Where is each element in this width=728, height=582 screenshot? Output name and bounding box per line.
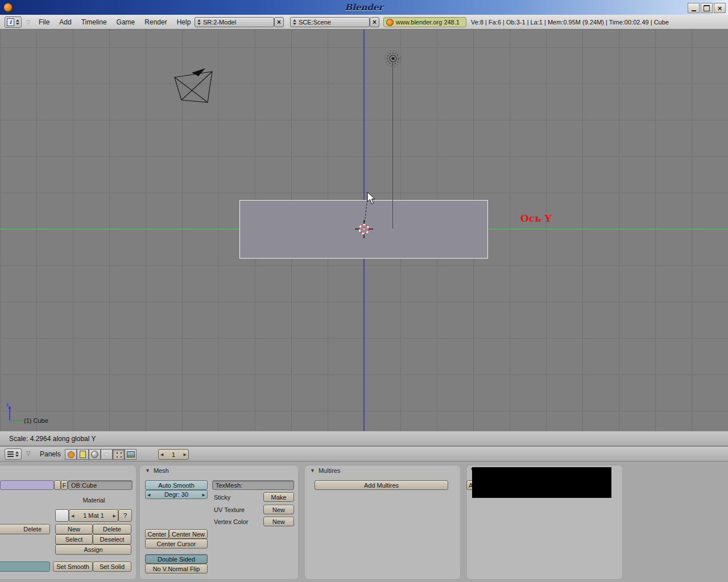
sticky-label: Sticky — [214, 494, 230, 501]
fake-user-spacer-button[interactable] — [54, 480, 61, 490]
screen-stepper-icon — [197, 19, 201, 25]
transform-status: Scale: 4.2964 along global Y — [9, 431, 96, 447]
mesh-datablock-field[interactable] — [0, 480, 54, 490]
set-smooth-button[interactable]: Set Smooth — [53, 562, 93, 572]
frame-value: 1 — [172, 451, 175, 458]
texmesh-field[interactable]: TexMesh: — [212, 480, 294, 490]
material-select-button[interactable]: Select — [55, 534, 93, 544]
maximize-button[interactable] — [701, 3, 713, 13]
degr-slider[interactable]: ◀ Degr: 30 ▶ — [145, 490, 208, 499]
degr-value: Degr: 30 — [164, 491, 188, 498]
object-name-field[interactable]: OB:Cube — [68, 480, 133, 490]
uv-texture-label: UV Texture — [214, 506, 245, 513]
fake-user-button[interactable]: F — [61, 480, 68, 490]
panel-collapse-icon[interactable]: ▼ — [145, 468, 150, 473]
buttons-window[interactable]: F OB:Cube Material ◀ 1 Mat 1 ▶ ? Delete … — [0, 462, 728, 582]
editing-context-button[interactable] — [113, 449, 125, 460]
panel-collapse-icon[interactable]: ▼ — [310, 468, 315, 473]
logic-context-button[interactable] — [65, 449, 77, 460]
lamp-drop-line — [392, 61, 393, 228]
close-button[interactable]: × — [714, 3, 726, 13]
screen-delete-button[interactable]: × — [274, 17, 284, 27]
version-text: www.blender.org 248.1 — [396, 19, 460, 26]
buttons-window-icon — [7, 451, 14, 457]
menu-help[interactable]: Help — [177, 18, 191, 26]
menu-bar: File Add Timeline Game Render Help — [39, 15, 191, 30]
degr-increment-icon[interactable]: ▶ — [202, 493, 205, 497]
editing-icon — [117, 452, 118, 454]
set-solid-button[interactable]: Set Solid — [93, 562, 131, 572]
shading-icon — [91, 451, 98, 458]
scene-icon — [127, 451, 135, 458]
header-collapse-icon[interactable]: ▽ — [26, 450, 31, 456]
material-delete-button[interactable]: Delete — [93, 524, 131, 534]
material-color-swatch[interactable] — [55, 509, 69, 522]
top-header: i ▽ File Add Timeline Game Render Help S… — [0, 15, 728, 30]
camera-object[interactable] — [172, 67, 217, 108]
degr-decrement-icon[interactable]: ◀ — [147, 493, 150, 497]
frame-increment-icon[interactable]: ▶ — [184, 452, 187, 456]
buttons-window-type-selector[interactable] — [5, 448, 22, 460]
material-index-stepper[interactable]: ◀ 1 Mat 1 ▶ — [69, 509, 118, 522]
add-multires-button[interactable]: Add Multires — [315, 480, 448, 490]
close-x-icon: × — [277, 18, 281, 26]
vertex-group-delete-button[interactable]: Delete — [0, 524, 50, 534]
window-type-selector[interactable]: i — [5, 16, 22, 28]
script-context-button[interactable] — [77, 449, 89, 460]
mesh-panel-header[interactable]: ▼ Mesh — [145, 467, 169, 474]
frame-decrement-icon[interactable]: ◀ — [160, 452, 163, 456]
camera-up-triangle-icon — [192, 68, 205, 76]
no-vnormal-flip-toggle[interactable]: No V.Normal Flip — [145, 564, 208, 573]
material-help-button[interactable]: ? — [118, 509, 132, 522]
screen-selector[interactable]: SR:2-Model — [195, 17, 274, 27]
object-context-button[interactable]: + — [101, 449, 113, 460]
center-button[interactable]: Center — [145, 529, 169, 539]
center-new-button[interactable]: Center New — [169, 529, 208, 539]
frame-number-stepper[interactable]: ◀ 1 ▶ — [158, 449, 189, 460]
window-controls: × — [688, 3, 726, 13]
menu-game[interactable]: Game — [117, 18, 135, 26]
minimize-button[interactable] — [688, 3, 700, 13]
script-icon — [80, 451, 86, 458]
menu-file[interactable]: File — [39, 18, 49, 26]
window-type-stepper-icon — [16, 19, 19, 25]
material-deselect-button[interactable]: Deselect — [93, 534, 131, 544]
multires-panel-header[interactable]: ▼ Multires — [310, 467, 340, 474]
minimize-icon — [692, 10, 696, 11]
blender-window: Blender × i ▽ File Add Timeline Game Ren… — [0, 0, 728, 582]
scene-selector[interactable]: SCE:Scene — [290, 17, 370, 27]
scene-delete-button[interactable]: × — [370, 17, 379, 27]
mouse-cursor — [367, 192, 378, 207]
sticky-make-button[interactable]: Make — [263, 492, 294, 502]
mat-increment-icon[interactable]: ▶ — [113, 514, 116, 518]
center-cursor-button[interactable]: Center Cursor — [145, 539, 208, 548]
vertex-color-new-button[interactable]: New — [263, 517, 294, 526]
uv-texture-new-button[interactable]: New — [263, 505, 294, 514]
info-window-icon: i — [7, 18, 14, 26]
scene-context-button[interactable] — [125, 449, 136, 460]
mini-axis-gizmo: z — [6, 401, 26, 425]
scene-stepper-icon — [293, 19, 296, 25]
titlebar[interactable]: Blender × — [0, 0, 728, 15]
double-sided-toggle[interactable]: Double Sided — [145, 554, 208, 564]
3d-cursor[interactable] — [354, 219, 374, 239]
mat-decrement-icon[interactable]: ◀ — [71, 514, 74, 518]
shading-context-button[interactable] — [89, 449, 101, 460]
header-collapse-icon[interactable]: ▽ — [26, 18, 31, 24]
window-title: Blender — [0, 0, 728, 15]
maximize-icon — [704, 5, 710, 11]
auto-smooth-toggle[interactable]: Auto Smooth — [145, 480, 208, 490]
blender-logo-icon — [386, 19, 394, 26]
axis-annotation: Ось Y — [520, 213, 552, 224]
menu-render[interactable]: Render — [144, 18, 167, 26]
3d-viewport[interactable]: Ось Y z (1) Cube — [0, 30, 728, 431]
version-badge: www.blender.org 248.1 — [383, 17, 466, 27]
vertex-group-swatch[interactable] — [0, 562, 50, 572]
menu-add[interactable]: Add — [59, 18, 71, 26]
viewport-header[interactable]: Scale: 4.2964 along global Y — [0, 431, 728, 446]
material-new-button[interactable]: New — [55, 524, 93, 534]
material-assign-button[interactable]: Assign — [55, 544, 131, 555]
menu-timeline[interactable]: Timeline — [81, 18, 107, 26]
redaction-box — [472, 467, 611, 498]
lamp-object[interactable] — [382, 48, 404, 70]
